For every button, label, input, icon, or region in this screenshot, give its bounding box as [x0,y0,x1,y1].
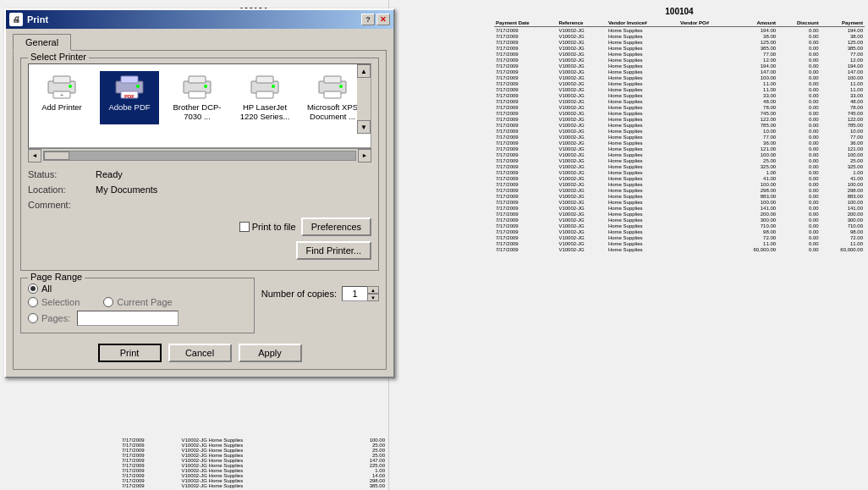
hscroll-track [43,151,356,161]
dialog-titlebar: 🖨 Print ? ✕ [6,10,393,29]
scroll-up-button[interactable]: ▲ [357,64,371,78]
copies-label: Number of copies: [261,289,337,299]
hp-label: HP LaserJet 1220 Series... [238,102,292,122]
svg-text:+: + [60,92,63,98]
dialog-body: General Select Printer [6,29,393,377]
svg-point-21 [339,85,343,88]
find-printer-button[interactable]: Find Printer... [296,241,371,260]
help-button[interactable]: ? [361,14,375,25]
scroll-thumb-area [357,78,371,120]
adobe-pdf-label: Adobe PDF [108,102,150,112]
dialog-title-text: Print [27,14,48,25]
titlebar-buttons: ? ✕ [361,14,390,25]
svg-rect-6 [121,76,138,83]
close-button[interactable]: ✕ [376,14,390,25]
hscroll-right-button[interactable]: ► [358,149,371,162]
radio-pages-row: Pages: [28,311,179,326]
adobe-pdf-icon: PDF [113,74,146,101]
print-to-file-label: Print to file [252,222,296,232]
copies-area: Number of copies: ▲ ▼ [261,286,379,301]
radio-selection-row: Selection Current Page [28,297,179,307]
scroll-down-button[interactable]: ▼ [357,120,371,134]
print-dialog: 🖨 Print ? ✕ General Select Printer [4,8,395,378]
svg-text:PDF: PDF [124,94,135,99]
horizontal-scrollbar[interactable]: ◄ ► [28,148,371,162]
dialog-title-area: 🖨 Print [9,13,48,26]
printer-brother[interactable]: Brother DCP-7030 ... [168,71,227,124]
copies-down-button[interactable]: ▼ [367,294,379,301]
cancel-button[interactable]: Cancel [168,344,232,362]
printer-scroll-area[interactable]: + Add Printer [28,63,371,148]
svg-point-8 [136,85,140,88]
svg-rect-1 [53,76,70,83]
hp-icon [249,74,281,101]
printer-list: + Add Printer [29,64,371,128]
apply-button[interactable]: Apply [239,344,302,362]
tab-bar: General [13,34,387,51]
svg-point-13 [204,85,207,88]
comment-val [96,197,371,212]
page-range-group: Page Range All Selection Current Page [20,278,255,333]
printer-add-printer[interactable]: + Add Printer [32,71,91,124]
radio-all-label: All [41,284,52,294]
location-val: My Documents [96,182,371,197]
xps-label: Microsoft XPS Document ... [305,102,360,122]
printer-adobe-pdf[interactable]: PDF Adobe PDF [100,71,159,124]
radio-selection[interactable] [28,297,38,307]
brother-icon [181,74,213,101]
hscroll-thumb [44,151,69,160]
svg-rect-11 [189,76,206,83]
comment-key: Comment: [28,197,96,212]
xps-icon [316,74,349,101]
status-val: Ready [96,167,371,182]
radio-selection-label: Selection [41,297,80,307]
dialog-bottom-buttons: Print Cancel Apply [20,340,379,362]
select-printer-label: Select Printer [28,52,89,62]
printer-hp[interactable]: HP LaserJet 1220 Series... [235,71,294,124]
print-to-file-wrap: Print to file [239,222,296,232]
tab-content-general: Select Printer + [13,50,387,370]
select-printer-group: Select Printer + [20,58,379,271]
brother-label: Brother DCP-7030 ... [170,102,224,122]
find-printer-row: Find Printer... [28,241,371,260]
page-range-label: Page Range [28,272,85,282]
copies-input[interactable] [342,286,367,301]
status-key: Status: [28,167,96,182]
copies-input-wrap: ▲ ▼ [342,286,379,301]
pages-input[interactable] [77,311,179,326]
svg-point-3 [69,85,72,88]
print-button[interactable]: Print [98,344,162,362]
radio-current-label: Current Page [117,297,172,307]
svg-rect-20 [324,91,341,98]
radio-all-row: All [28,284,179,294]
radio-pages-label: Pages: [41,313,70,323]
svg-point-17 [272,85,275,88]
radio-current-page[interactable] [103,297,113,307]
svg-rect-15 [256,76,273,83]
print-dialog-icon: 🖨 [9,13,23,26]
preferences-button[interactable]: Preferences [301,217,371,236]
svg-rect-16 [256,91,273,98]
tab-general[interactable]: General [13,34,71,51]
hscroll-left-button[interactable]: ◄ [28,149,41,162]
add-printer-icon: + [46,74,78,101]
copies-spinner: ▲ ▼ [367,286,379,301]
status-area: Status: Ready Location: My Documents Com… [28,167,371,212]
options-row: Print to file Preferences [28,217,371,236]
right-report-title: 100104 [491,7,868,16]
doc-right-panel: 100104 Payment Date Reference Vendor Inv… [491,0,868,490]
radio-pages[interactable] [28,313,38,323]
add-printer-label: Add Printer [41,102,82,112]
print-to-file-checkbox[interactable] [239,222,250,232]
radio-all[interactable] [28,284,38,294]
copies-up-button[interactable]: ▲ [367,286,379,294]
location-key: Location: [28,182,96,197]
svg-rect-19 [324,76,341,83]
printer-xps[interactable]: Microsoft XPS Document ... [303,71,362,124]
svg-rect-12 [189,91,206,98]
radio-group: All Selection Current Page Pages: [28,284,179,326]
